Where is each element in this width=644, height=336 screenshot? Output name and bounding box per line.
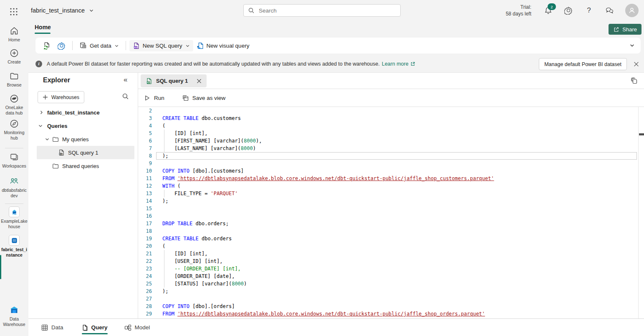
app-launcher-icon[interactable] xyxy=(9,7,18,16)
collapse-ribbon-button[interactable] xyxy=(629,43,635,48)
tab-close-icon[interactable] xyxy=(197,79,202,84)
copy-icon[interactable] xyxy=(630,77,638,84)
add-warehouses-button[interactable]: Warehouses xyxy=(38,91,84,103)
line-number: 29 xyxy=(138,310,152,318)
rail-item-workspaces[interactable]: Workspaces xyxy=(0,152,28,169)
help-button[interactable]: ? xyxy=(584,6,593,15)
code-line-19[interactable]: 19CREATE TABLE dbo.orders xyxy=(138,235,638,242)
code-line-17[interactable]: 17DROP TABLE dbo.orders; xyxy=(138,220,638,227)
code-line-23[interactable]: 23 -- [ORDER_DATE] [int], xyxy=(138,265,638,272)
tree-item-queries[interactable]: Queries xyxy=(28,119,138,132)
code-line-24[interactable]: 24 [ORDER_DATE] [date], xyxy=(138,272,638,280)
tree-item-sql-query-1[interactable]: SQL SQL query 1 xyxy=(37,146,134,159)
banner-close-icon[interactable] xyxy=(632,60,640,68)
code-line-2[interactable]: 2 xyxy=(138,107,638,115)
chevron-down-icon xyxy=(45,137,50,142)
tree-item-warehouse[interactable]: fabric_test_instance xyxy=(28,106,138,119)
rail-item-dbtlabsfabricdev[interactable]: dbtlabsfabricdev xyxy=(0,176,28,199)
query-document-icon xyxy=(82,324,88,331)
settings-toolbar-button[interactable] xyxy=(54,40,69,52)
search-icon xyxy=(248,7,255,14)
code-line-15[interactable]: 15 xyxy=(138,205,638,212)
feedback-icon xyxy=(605,7,614,15)
code-line-12[interactable]: 12WITH ( xyxy=(138,182,638,190)
tab-label: SQL query 1 xyxy=(156,78,188,84)
view-tab-data[interactable]: Data xyxy=(41,319,63,336)
workspace-switcher[interactable]: fabric_test_instance xyxy=(31,0,94,21)
code-line-8[interactable]: 8); xyxy=(138,152,638,160)
rail-item-data-warehouse[interactable]: Data Warehouse xyxy=(0,305,28,327)
save-as-view-button[interactable]: Save as view xyxy=(182,94,226,101)
new-visual-query-button[interactable]: New visual query xyxy=(193,40,253,51)
search-input[interactable] xyxy=(258,7,396,14)
bottom-view-switcher: Data Query Model xyxy=(28,318,644,336)
code-line-4[interactable]: 4( xyxy=(138,122,638,130)
code-lines[interactable]: 23CREATE TABLE dbo.customers4(5 [ID] [in… xyxy=(138,107,638,318)
account-avatar[interactable] xyxy=(625,4,639,17)
rail-item-home[interactable]: Home xyxy=(0,26,28,43)
code-line-14[interactable]: 14); xyxy=(138,197,638,205)
tree-item-my-queries[interactable]: My queries xyxy=(28,132,138,146)
rail-item-create[interactable]: Create xyxy=(0,48,28,65)
code-line-22[interactable]: 22 [USER_ID] [int], xyxy=(138,257,638,265)
tab-sql-query-1[interactable]: SQL SQL query 1 xyxy=(141,74,207,87)
rail-item-browse[interactable]: Browse xyxy=(0,71,28,88)
code-line-25[interactable]: 25 [STATUS] [varchar](8000) xyxy=(138,280,638,288)
top-right-cluster: Trial: 58 days left 2 ? xyxy=(506,0,644,21)
code-line-16[interactable]: 16 xyxy=(138,212,638,220)
scrollbar-thumb[interactable] xyxy=(639,133,644,135)
notifications-button[interactable]: 2 xyxy=(543,6,553,15)
manage-default-dataset-button[interactable]: Manage default Power BI dataset xyxy=(539,58,627,70)
new-sql-query-button[interactable]: SQL New SQL query xyxy=(129,40,193,51)
toolbar-separator xyxy=(126,41,126,50)
new-report-button[interactable] xyxy=(40,40,54,52)
svg-text:SQL: SQL xyxy=(59,153,63,155)
line-number: 2 xyxy=(138,107,152,115)
code-line-10[interactable]: 10COPY INTO [dbo].[customers] xyxy=(138,167,638,175)
code-text: [ID] [int], xyxy=(162,130,207,137)
view-tab-model[interactable]: Model xyxy=(124,319,150,336)
code-line-13[interactable]: 13 FILE_TYPE = 'PARQUET' xyxy=(138,190,638,197)
warehouses-label: Warehouses xyxy=(51,94,79,100)
code-text: ); xyxy=(162,288,168,295)
warehouse-toolbar: Get data SQL New SQL query New visual qu… xyxy=(35,38,641,53)
run-button[interactable]: Run xyxy=(144,95,164,101)
code-line-26[interactable]: 26); xyxy=(138,288,638,295)
data-warehouse-icon xyxy=(0,305,28,315)
code-line-28[interactable]: 28COPY INTO [dbo].[orders] xyxy=(138,303,638,310)
code-line-11[interactable]: 11FROM 'https://dbtlabsynapsedatalake.bl… xyxy=(138,175,638,182)
code-line-3[interactable]: 3CREATE TABLE dbo.customers xyxy=(138,115,638,122)
tab-home[interactable]: Home xyxy=(35,24,51,31)
code-line-21[interactable]: 21 [ID] [int], xyxy=(138,250,638,257)
collapse-explorer-icon[interactable]: « xyxy=(124,76,127,84)
code-text: [STATUS] [varchar](8000) xyxy=(162,280,247,288)
chevron-down-icon xyxy=(89,8,94,13)
new-visual-query-label: New visual query xyxy=(207,43,250,49)
view-tab-query[interactable]: Query xyxy=(82,319,108,336)
feedback-button[interactable] xyxy=(605,6,614,15)
settings-button[interactable] xyxy=(564,6,573,15)
code-line-27[interactable]: 27 xyxy=(138,295,638,303)
code-text: DROP TABLE dbo.orders; xyxy=(162,220,229,227)
code-line-29[interactable]: 29FROM 'https://dbtlabsynapsedatalake.bl… xyxy=(138,310,638,318)
code-line-18[interactable]: 18 xyxy=(138,227,638,235)
rail-item-examplelakehouse[interactable]: ExampleLakehouse xyxy=(0,206,28,229)
warehouse-app-icon xyxy=(0,235,28,246)
compass-icon xyxy=(0,119,28,129)
code-text: CREATE TABLE dbo.orders xyxy=(162,235,232,242)
ribbon-area: Home Share Get data xyxy=(28,21,644,73)
code-line-5[interactable]: 5 [ID] [int], xyxy=(138,130,638,137)
rail-item-onelake-data-hub[interactable]: OneLake data hub xyxy=(0,94,28,116)
code-text: ); xyxy=(162,152,168,160)
rail-item-fabric-test-instance[interactable]: fabric_test_instance xyxy=(0,235,28,258)
learn-more-link[interactable]: Learn more xyxy=(382,61,415,67)
tree-item-shared-queries[interactable]: Shared queries xyxy=(28,159,138,173)
explorer-search-icon[interactable] xyxy=(122,93,129,100)
code-line-9[interactable]: 9 xyxy=(138,160,638,167)
get-data-button[interactable]: Get data xyxy=(76,40,122,51)
code-line-20[interactable]: 20( xyxy=(138,242,638,250)
rail-item-monitoring-hub[interactable]: Monitoring hub xyxy=(0,119,28,141)
code-line-6[interactable]: 6 [FIRST_NAME] [varchar](8000), xyxy=(138,137,638,145)
code-line-7[interactable]: 7 [LAST_NAME] [varchar](8000) xyxy=(138,145,638,152)
share-button[interactable]: Share xyxy=(609,24,641,35)
